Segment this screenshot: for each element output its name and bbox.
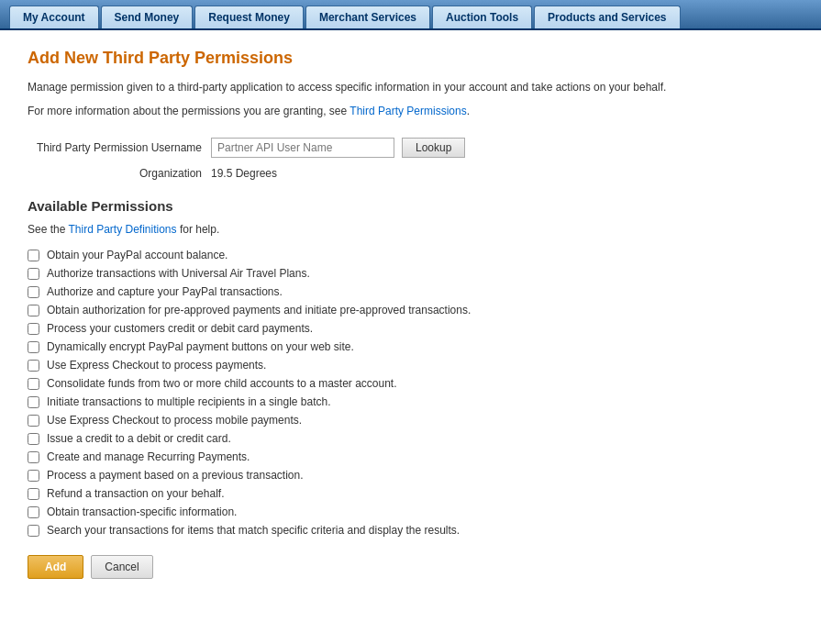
- username-input[interactable]: [211, 138, 394, 158]
- permission-item: Obtain authorization for pre-approved pa…: [28, 304, 793, 316]
- permission-checkbox-8[interactable]: [28, 396, 39, 408]
- permission-label-4: Process your customers credit or debit c…: [47, 322, 313, 335]
- permission-label-0: Obtain your PayPal account balance.: [47, 249, 227, 261]
- permission-label-14: Obtain transaction-specific information.: [47, 505, 237, 518]
- description-1: Manage permission given to a third-party…: [28, 79, 793, 95]
- permission-label-1: Authorize transactions with Universal Ai…: [47, 267, 310, 280]
- nav-tab-send-money[interactable]: Send Money: [101, 6, 194, 28]
- permission-item: Process your customers credit or debit c…: [28, 322, 793, 335]
- cancel-button[interactable]: Cancel: [91, 555, 152, 579]
- permission-label-12: Process a payment based on a previous tr…: [47, 469, 304, 482]
- permission-checkbox-2[interactable]: [28, 286, 39, 298]
- permission-item: Obtain your PayPal account balance.: [28, 249, 793, 261]
- permission-checkbox-14[interactable]: [28, 506, 39, 518]
- permission-checkbox-5[interactable]: [28, 341, 39, 353]
- button-row: Add Cancel: [28, 555, 793, 579]
- permission-checkbox-0[interactable]: [28, 250, 39, 261]
- third-party-definitions-link[interactable]: Third Party Definitions: [69, 223, 177, 236]
- permission-label-10: Issue a credit to a debit or credit card…: [47, 432, 231, 445]
- permission-item: Process a payment based on a previous tr…: [28, 469, 793, 482]
- permission-checkbox-7[interactable]: [28, 378, 39, 390]
- permission-item: Issue a credit to a debit or credit card…: [28, 432, 793, 445]
- permission-item: Consolidate funds from two or more child…: [28, 377, 793, 390]
- help-prefix: See the: [28, 223, 65, 236]
- permission-item: Dynamically encrypt PayPal payment butto…: [28, 340, 793, 353]
- permission-item: Initiate transactions to multiple recipi…: [28, 395, 793, 408]
- permission-label-3: Obtain authorization for pre-approved pa…: [47, 304, 471, 316]
- nav-tab-products-services[interactable]: Products and Services: [534, 6, 680, 28]
- org-label: Organization: [28, 167, 211, 180]
- permission-label-8: Initiate transactions to multiple recipi…: [47, 395, 331, 408]
- permission-item: Refund a transaction on your behalf.: [28, 487, 793, 500]
- permission-label-6: Use Express Checkout to process payments…: [47, 359, 266, 372]
- permissions-title: Available Permissions: [28, 198, 793, 214]
- page-title: Add New Third Party Permissions: [28, 49, 793, 68]
- permission-item: Authorize transactions with Universal Ai…: [28, 267, 793, 280]
- permission-checkbox-12[interactable]: [28, 470, 39, 482]
- organization-row: Organization 19.5 Degrees: [28, 167, 793, 180]
- permission-item: Use Express Checkout to process mobile p…: [28, 414, 793, 427]
- permission-checkbox-4[interactable]: [28, 323, 39, 335]
- form-section: Third Party Permission Username Lookup O…: [28, 138, 793, 180]
- permission-checkbox-11[interactable]: [28, 451, 39, 463]
- permissions-list: Obtain your PayPal account balance.Autho…: [28, 249, 793, 537]
- navigation-bar: My Account Send Money Request Money Merc…: [0, 0, 821, 30]
- help-suffix: for help.: [180, 223, 219, 236]
- help-text: See the Third Party Definitions for help…: [28, 223, 793, 236]
- permission-item: Use Express Checkout to process payments…: [28, 359, 793, 372]
- permission-label-2: Authorize and capture your PayPal transa…: [47, 285, 283, 298]
- permission-label-13: Refund a transaction on your behalf.: [47, 487, 224, 500]
- description-2: For more information about the permissio…: [28, 103, 793, 119]
- description-2-text: For more information about the permissio…: [28, 105, 347, 117]
- nav-tab-auction-tools[interactable]: Auction Tools: [432, 6, 532, 28]
- permission-label-7: Consolidate funds from two or more child…: [47, 377, 397, 390]
- permission-item: Create and manage Recurring Payments.: [28, 450, 793, 463]
- permission-checkbox-9[interactable]: [28, 415, 39, 427]
- permission-label-15: Search your transactions for items that …: [47, 524, 460, 537]
- permission-label-5: Dynamically encrypt PayPal payment butto…: [47, 340, 354, 353]
- permission-checkbox-15[interactable]: [28, 525, 39, 537]
- permissions-section: Available Permissions See the Third Part…: [28, 198, 793, 537]
- permission-label-11: Create and manage Recurring Payments.: [47, 450, 250, 463]
- permission-checkbox-3[interactable]: [28, 305, 39, 316]
- third-party-permissions-link[interactable]: Third Party Permissions: [349, 105, 466, 117]
- permission-checkbox-6[interactable]: [28, 360, 39, 372]
- permission-item: Search your transactions for items that …: [28, 524, 793, 537]
- username-label: Third Party Permission Username: [28, 141, 211, 154]
- lookup-button[interactable]: Lookup: [402, 138, 465, 158]
- permission-checkbox-1[interactable]: [28, 268, 39, 280]
- org-value: 19.5 Degrees: [211, 167, 277, 180]
- add-button[interactable]: Add: [28, 555, 83, 579]
- permission-checkbox-10[interactable]: [28, 433, 39, 445]
- main-content: Add New Third Party Permissions Manage p…: [0, 30, 821, 597]
- username-row: Third Party Permission Username Lookup: [28, 138, 793, 158]
- nav-tab-my-account[interactable]: My Account: [9, 6, 99, 28]
- permission-label-9: Use Express Checkout to process mobile p…: [47, 414, 302, 427]
- permission-item: Authorize and capture your PayPal transa…: [28, 285, 793, 298]
- nav-tab-merchant-services[interactable]: Merchant Services: [305, 6, 430, 28]
- permission-item: Obtain transaction-specific information.: [28, 505, 793, 518]
- permission-checkbox-13[interactable]: [28, 488, 39, 500]
- nav-tab-request-money[interactable]: Request Money: [194, 6, 304, 28]
